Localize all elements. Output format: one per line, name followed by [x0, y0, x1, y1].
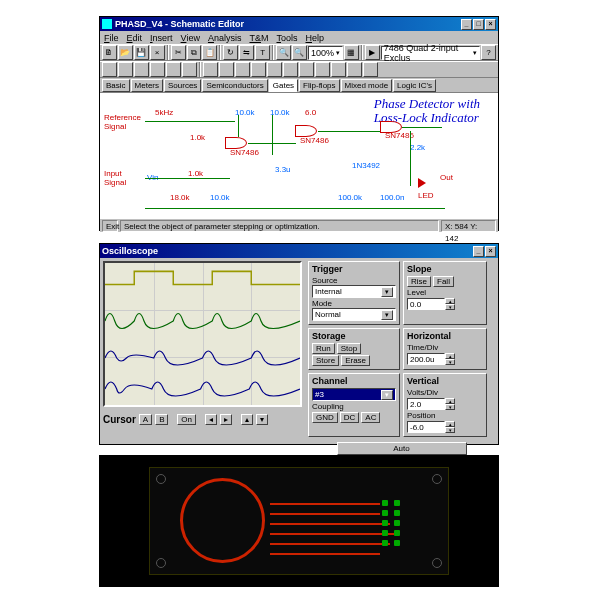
status-exit-button[interactable]: Exit	[102, 220, 118, 232]
label-u1: SN7486	[230, 148, 259, 157]
volts-div-input[interactable]: 2.0	[407, 398, 445, 410]
tool-b3-icon[interactable]	[134, 62, 149, 77]
window-title: PHASD_V4 - Schematic Editor	[115, 19, 244, 29]
schematic-titlebar[interactable]: PHASD_V4 - Schematic Editor _ □ ×	[100, 17, 498, 31]
tool-b13-icon[interactable]	[299, 62, 314, 77]
menu-tm[interactable]: T&M	[249, 33, 268, 43]
label-input-signal: Input Signal	[104, 169, 134, 187]
coupling-dc-button[interactable]: DC	[340, 412, 360, 423]
minimize-button[interactable]: _	[461, 19, 472, 30]
menu-help[interactable]: Help	[306, 33, 325, 43]
tab-meters[interactable]: Meters	[131, 79, 163, 92]
tool-b8-icon[interactable]	[219, 62, 234, 77]
trigger-source-select[interactable]: Internal	[312, 285, 396, 298]
channel-select[interactable]: #3	[312, 388, 396, 401]
tool-b10-icon[interactable]	[251, 62, 266, 77]
zoom-select[interactable]: 100%	[308, 46, 343, 60]
label-c2: 100.0n	[380, 193, 404, 202]
storage-store-button[interactable]: Store	[312, 355, 339, 366]
cursor-right-button[interactable]: ▸	[220, 414, 232, 425]
cursor-up-button[interactable]: ▴	[241, 414, 253, 425]
menu-insert[interactable]: Insert	[150, 33, 173, 43]
time-div-input[interactable]: 200.0u	[407, 353, 445, 365]
storage-panel: Storage Run Stop Store Erase	[308, 328, 400, 370]
tool-b17-icon[interactable]	[363, 62, 378, 77]
slope-level-down[interactable]: ▾	[445, 304, 455, 310]
tool-copy-icon[interactable]: ⧉	[187, 45, 202, 60]
tool-b16-icon[interactable]	[347, 62, 362, 77]
storage-erase-button[interactable]: Erase	[341, 355, 370, 366]
tool-help-icon[interactable]: ?	[481, 45, 496, 60]
tab-gates[interactable]: Gates	[269, 79, 298, 92]
maximize-button[interactable]: □	[473, 19, 484, 30]
coupling-gnd-button[interactable]: GND	[312, 412, 338, 423]
tool-cut-icon[interactable]: ✂	[171, 45, 186, 60]
tool-save-icon[interactable]: 💾	[134, 45, 149, 60]
slope-rise-button[interactable]: Rise	[407, 276, 431, 287]
tab-basic[interactable]: Basic	[102, 79, 130, 92]
position-input[interactable]: -6.0	[407, 421, 445, 433]
menu-edit[interactable]: Edit	[127, 33, 143, 43]
position-down[interactable]: ▾	[445, 427, 455, 433]
pcb-board[interactable]	[149, 467, 449, 575]
label-out: Out	[440, 173, 453, 182]
menu-tools[interactable]: Tools	[276, 33, 297, 43]
cursor-down-button[interactable]: ▾	[256, 414, 268, 425]
tool-b2-icon[interactable]	[118, 62, 133, 77]
tool-b6-icon[interactable]	[182, 62, 197, 77]
tab-logicics[interactable]: Logic IC's	[393, 79, 436, 92]
trigger-mode-select[interactable]: Normal	[312, 308, 396, 321]
tool-close-icon[interactable]: ×	[150, 45, 165, 60]
menu-file[interactable]: File	[104, 33, 119, 43]
menu-view[interactable]: View	[181, 33, 200, 43]
coupling-ac-button[interactable]: AC	[361, 412, 380, 423]
tool-zoom-out-icon[interactable]: 🔍	[292, 45, 307, 60]
auto-button[interactable]: Auto	[337, 442, 467, 455]
slope-fall-button[interactable]: Fall	[433, 276, 454, 287]
close-button[interactable]: ×	[485, 19, 496, 30]
cursor-a-button[interactable]: A	[139, 414, 152, 425]
tool-b5-icon[interactable]	[166, 62, 181, 77]
scope-display[interactable]	[103, 261, 302, 407]
tool-paste-icon[interactable]: 📋	[202, 45, 217, 60]
cursor-on-button[interactable]: On	[177, 414, 196, 425]
oscilloscope-titlebar[interactable]: Oscilloscope _ ×	[100, 244, 498, 258]
tab-mixedmode[interactable]: Mixed mode	[341, 79, 393, 92]
tool-rotate-icon[interactable]: ↻	[223, 45, 238, 60]
tool-b12-icon[interactable]	[283, 62, 298, 77]
tool-new-icon[interactable]: 🗎	[102, 45, 117, 60]
horizontal-panel: Horizontal Time/Div 200.0u▴▾	[403, 328, 487, 370]
tool-b4-icon[interactable]	[150, 62, 165, 77]
tool-b11-icon[interactable]	[267, 62, 282, 77]
tool-text-icon[interactable]: T	[255, 45, 270, 60]
storage-stop-button[interactable]: Stop	[337, 343, 361, 354]
tool-b14-icon[interactable]	[315, 62, 330, 77]
tool-b9-icon[interactable]	[235, 62, 250, 77]
schematic-canvas[interactable]: Phase Detector with Loss-Lock Indicator …	[100, 93, 498, 218]
tool-b1-icon[interactable]	[102, 62, 117, 77]
scope-close-button[interactable]: ×	[485, 246, 496, 257]
slope-panel: Slope Rise Fall Level 0.0▴▾	[403, 261, 487, 325]
tab-semiconductors[interactable]: Semiconductors	[202, 79, 267, 92]
cursor-b-button[interactable]: B	[155, 414, 168, 425]
status-coordinates: X: 584 Y: 142	[441, 220, 496, 232]
tool-open-icon[interactable]: 📂	[118, 45, 133, 60]
scope-minimize-button[interactable]: _	[473, 246, 484, 257]
cursor-left-button[interactable]: ◂	[205, 414, 217, 425]
led-icon	[418, 178, 426, 188]
tab-sources[interactable]: Sources	[164, 79, 201, 92]
tab-flipflops[interactable]: Flip-flops	[299, 79, 339, 92]
menu-analysis[interactable]: Analysis	[208, 33, 242, 43]
tool-zoom-in-icon[interactable]: 🔍	[276, 45, 291, 60]
component-select[interactable]: 7486 Quad 2-input Exclus	[381, 46, 480, 60]
tool-b7-icon[interactable]	[203, 62, 218, 77]
tool-b15-icon[interactable]	[331, 62, 346, 77]
volts-div-down[interactable]: ▾	[445, 404, 455, 410]
slope-level-input[interactable]: 0.0	[407, 298, 445, 310]
tool-run-icon[interactable]: ▶	[365, 45, 380, 60]
time-div-down[interactable]: ▾	[445, 359, 455, 365]
tool-mirror-icon[interactable]: ⇋	[239, 45, 254, 60]
storage-run-button[interactable]: Run	[312, 343, 335, 354]
app-icon	[102, 19, 112, 29]
tool-grid-icon[interactable]: ▦	[344, 45, 359, 60]
